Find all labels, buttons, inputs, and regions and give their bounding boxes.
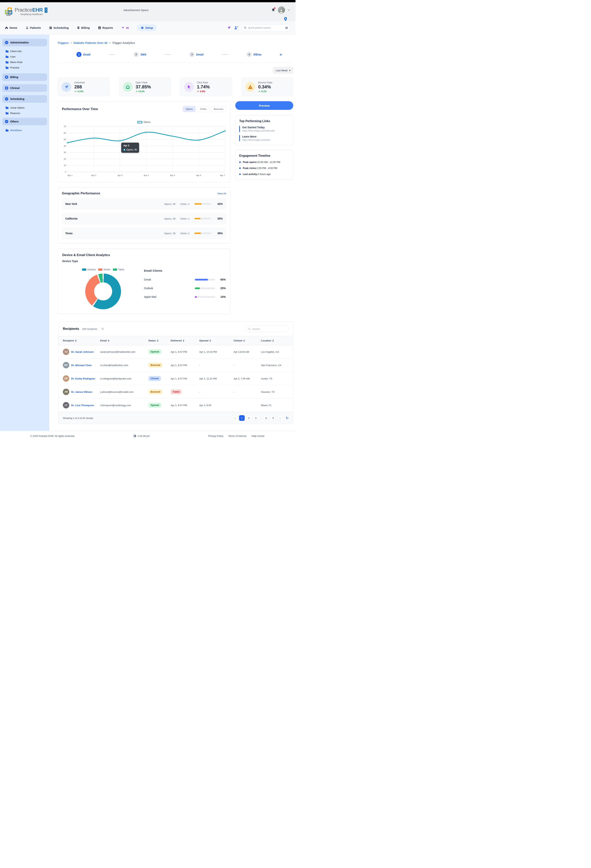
- collapse-minus-icon: [5, 41, 8, 44]
- nav-item-ai[interactable]: AI: [121, 26, 129, 30]
- step-4-if-else[interactable]: 4 If/Else: [247, 52, 262, 57]
- step-connector: [109, 54, 115, 55]
- stepper-forward-icon[interactable]: »: [280, 52, 282, 57]
- table-row[interactable]: LTDr. Lisa Thompson l.thompson@cardiolog…: [58, 399, 293, 412]
- sidebar-item-client-info[interactable]: Client Info: [4, 49, 47, 54]
- sidebar-item-practice[interactable]: Practice: [4, 65, 47, 70]
- tab-opens[interactable]: Opens: [183, 106, 195, 112]
- nav-item-billing[interactable]: $ Billing: [77, 26, 90, 30]
- col-header-email[interactable]: Email: [100, 339, 145, 342]
- page-button-2[interactable]: 2: [246, 415, 252, 421]
- sidebar-item-user[interactable]: User: [4, 54, 47, 59]
- status-badge: Bounced: [148, 390, 163, 394]
- link-learn-more[interactable]: Learn More https://ehrcrmapp.com/learn: [239, 135, 289, 141]
- date-range-dropdown[interactable]: Last Week ▾: [273, 67, 293, 74]
- sort-icon: [243, 340, 245, 342]
- settings-sidebar: Administration Client Info User Menu Rol…: [0, 35, 49, 431]
- col-header-opened[interactable]: Opened: [199, 339, 230, 342]
- col-header-delivered[interactable]: Delivered: [171, 339, 196, 342]
- legend-swatch-desktop: [82, 269, 86, 271]
- nav-item-home[interactable]: Home: [5, 26, 17, 30]
- add-patient-icon[interactable]: [234, 26, 238, 30]
- terms-of-service-link[interactable]: Terms of Service: [228, 435, 247, 437]
- sidebar-section-administration[interactable]: Administration: [2, 39, 47, 46]
- geo-title: Geographic Performance: [62, 192, 100, 195]
- avatar: LT: [63, 402, 69, 408]
- svg-text:50: 50: [64, 138, 66, 140]
- link-get-started[interactable]: Get Started Today https://ehrcrmapp.com/…: [239, 126, 289, 132]
- next-page-button[interactable]: ›: [277, 415, 283, 421]
- col-header-clicked[interactable]: Clicked: [233, 339, 258, 342]
- user-avatar[interactable]: [278, 6, 285, 13]
- location-pin-icon[interactable]: [284, 17, 287, 21]
- assistant-sparkle-icon[interactable]: [227, 26, 231, 30]
- col-header-recipient[interactable]: Recipient: [63, 339, 97, 342]
- sort-icon: [210, 340, 211, 342]
- svg-text:Apr 1: Apr 1: [68, 174, 72, 176]
- sidebar-section-scheduling[interactable]: Scheduling: [2, 95, 47, 103]
- email-clients-title: Email Clients: [144, 269, 226, 272]
- chart-title: Performance Over Time: [62, 107, 98, 111]
- notifications-bell-icon[interactable]: [272, 8, 275, 12]
- sidebar-item-jump-option[interactable]: Jump Option: [4, 105, 47, 111]
- prev-page-button[interactable]: ‹: [232, 415, 238, 421]
- search-input[interactable]: [248, 27, 284, 29]
- sidebar-section-billing[interactable]: Billing: [2, 73, 47, 81]
- legend-swatch-mobile: [98, 269, 102, 271]
- top-performing-links-card: Top Performing Links Get Started Today h…: [235, 115, 293, 145]
- step-2-sms[interactable]: 2 SMS: [134, 52, 146, 57]
- search-filters-icon[interactable]: [285, 27, 288, 29]
- recipient-name-link[interactable]: Dr. Lisa Thompson: [71, 404, 94, 407]
- geo-progress: [194, 233, 211, 234]
- recipient-name-link[interactable]: Dr. Emily Rodriguez: [71, 377, 95, 380]
- nav-item-reports[interactable]: Reports: [98, 26, 113, 30]
- table-row[interactable]: SJDr. Sarah Johnson sarah.johnson@medice…: [58, 345, 293, 359]
- legend-swatch-tablet: [113, 269, 117, 271]
- preview-button[interactable]: Preview: [235, 101, 293, 110]
- sidebar-item-workflows[interactable]: Workflows: [4, 127, 47, 133]
- table-row[interactable]: ERDr. Emily Rodriguez e.rodriguez@family…: [58, 372, 293, 385]
- refresh-icon[interactable]: ↻: [286, 416, 288, 420]
- recipient-name-link[interactable]: Dr. James Wilson: [71, 391, 92, 393]
- nav-item-scheduling[interactable]: Scheduling: [49, 26, 69, 30]
- nav-item-patients[interactable]: Patients: [26, 26, 41, 30]
- recipient-name-link[interactable]: Dr. Sarah Johnson: [71, 350, 93, 353]
- recipient-name-link[interactable]: Dr. Michael Chen: [71, 364, 92, 367]
- logo-pro-badge: Pro: [44, 7, 47, 13]
- nav-item-setup[interactable]: Setup: [137, 24, 157, 31]
- trend-down-icon: ↗: [197, 90, 199, 93]
- tab-bounces[interactable]: Bounces: [211, 106, 226, 112]
- avatar-chevron-down-icon[interactable]: [288, 9, 290, 11]
- page-button-8[interactable]: 8: [263, 415, 269, 421]
- page-button-3[interactable]: 3: [253, 415, 259, 421]
- sidebar-section-clinical[interactable]: Clinical: [2, 84, 47, 92]
- tab-clicks[interactable]: Clicks: [197, 106, 210, 112]
- device-email-analytics-card: Device & Email Client Analytics Device T…: [58, 248, 230, 314]
- col-header-location[interactable]: Location: [261, 339, 291, 342]
- page-button-1[interactable]: 1: [239, 415, 245, 421]
- recipients-search-input[interactable]: [252, 328, 286, 330]
- practice-ehr-logo: PracticeEHR Simplifying Healthcare Pro: [5, 7, 47, 16]
- table-row[interactable]: MCDr. Michael Chen m.chen@healthclinic.c…: [58, 359, 293, 372]
- help-center-link[interactable]: Help Center: [251, 435, 264, 437]
- step-1-email[interactable]: 1 Email: [77, 52, 90, 57]
- breadcrumb-triggers[interactable]: Triggers: [58, 41, 69, 44]
- col-header-status[interactable]: Status: [148, 339, 167, 342]
- table-row[interactable]: JWDr. James Wilson j.wilson@bounce@inval…: [58, 385, 293, 399]
- stat-card-bounce-rate: Bounce Rate 0.34% ↗ -0.1%: [241, 78, 293, 96]
- table-pagination: Showing 1 to 5 of 42 results ‹ 1 2 3 ...…: [58, 412, 293, 424]
- breadcrumb-trigger-name[interactable]: Diabetic Patients Over 40: [74, 41, 108, 44]
- page-button-9[interactable]: 9: [270, 415, 276, 421]
- step-3-email[interactable]: 3 Email: [189, 52, 204, 57]
- refresh-icon[interactable]: ↻: [102, 327, 104, 331]
- privacy-policy-link[interactable]: Privacy Policy: [208, 435, 223, 437]
- sidebar-section-others[interactable]: Others: [2, 118, 47, 125]
- view-all-link[interactable]: View All: [217, 192, 226, 195]
- sidebar-item-reasons[interactable]: Reasons: [4, 111, 47, 116]
- link-accent-bar: [239, 135, 240, 141]
- sidebar-item-menu-role[interactable]: Menu Role: [4, 59, 47, 65]
- svg-text:$: $: [78, 27, 79, 28]
- home-icon: [5, 26, 8, 30]
- main-nav: Home Patients Scheduling $ Billing Repor…: [0, 21, 296, 35]
- link-accent-bar: [239, 126, 240, 132]
